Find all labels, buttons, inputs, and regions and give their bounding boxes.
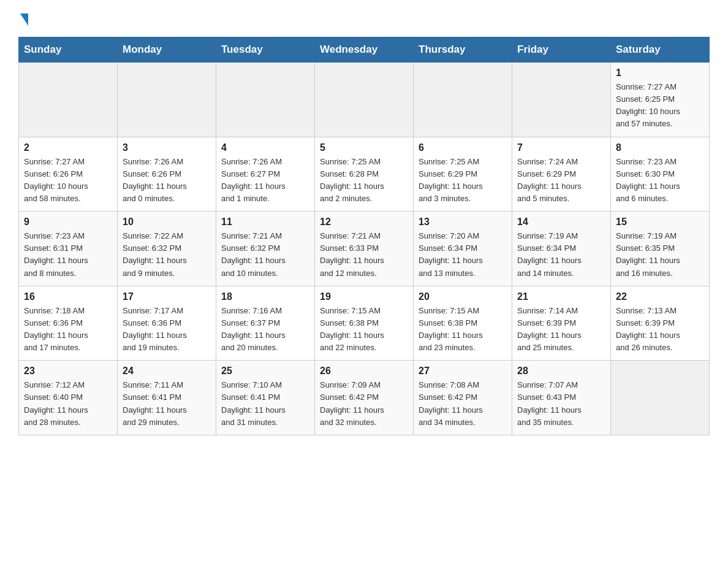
day-info: Sunrise: 7:22 AMSunset: 6:32 PMDaylight:… <box>123 230 211 280</box>
weekday-header-cell: Monday <box>118 37 216 63</box>
calendar-day-cell <box>118 63 216 137</box>
day-number: 1 <box>616 67 704 79</box>
day-number: 17 <box>123 291 211 302</box>
logo-arrow-icon <box>20 13 28 26</box>
day-info: Sunrise: 7:17 AMSunset: 6:36 PMDaylight:… <box>123 305 211 354</box>
day-info: Sunrise: 7:25 AMSunset: 6:29 PMDaylight:… <box>419 156 507 205</box>
day-info: Sunrise: 7:25 AMSunset: 6:28 PMDaylight:… <box>320 156 408 205</box>
calendar-day-cell: 5Sunrise: 7:25 AMSunset: 6:28 PMDaylight… <box>315 137 414 212</box>
day-info: Sunrise: 7:10 AMSunset: 6:41 PMDaylight:… <box>221 379 309 429</box>
day-number: 24 <box>123 366 211 377</box>
calendar-day-cell: 13Sunrise: 7:20 AMSunset: 6:34 PMDayligh… <box>414 212 512 286</box>
day-info: Sunrise: 7:19 AMSunset: 6:35 PMDaylight:… <box>616 230 704 280</box>
calendar-body: 1Sunrise: 7:27 AMSunset: 6:25 PMDaylight… <box>19 63 710 435</box>
calendar-table: SundayMondayTuesdayWednesdayThursdayFrid… <box>18 37 710 435</box>
calendar-day-cell: 2Sunrise: 7:27 AMSunset: 6:26 PMDaylight… <box>19 137 118 212</box>
calendar-day-cell: 23Sunrise: 7:12 AMSunset: 6:40 PMDayligh… <box>19 361 118 435</box>
calendar-day-cell: 12Sunrise: 7:21 AMSunset: 6:33 PMDayligh… <box>315 212 414 286</box>
day-number: 3 <box>123 142 211 153</box>
calendar-day-cell: 17Sunrise: 7:17 AMSunset: 6:36 PMDayligh… <box>118 286 216 361</box>
day-info: Sunrise: 7:23 AMSunset: 6:30 PMDaylight:… <box>616 156 704 205</box>
calendar-week-row: 1Sunrise: 7:27 AMSunset: 6:25 PMDaylight… <box>19 63 710 137</box>
day-info: Sunrise: 7:15 AMSunset: 6:38 PMDaylight:… <box>320 305 408 354</box>
day-number: 2 <box>24 142 112 153</box>
day-info: Sunrise: 7:24 AMSunset: 6:29 PMDaylight:… <box>517 156 605 205</box>
calendar-day-cell: 1Sunrise: 7:27 AMSunset: 6:25 PMDaylight… <box>611 63 710 137</box>
day-number: 10 <box>123 216 211 228</box>
calendar-day-cell: 26Sunrise: 7:09 AMSunset: 6:42 PMDayligh… <box>315 361 414 435</box>
day-info: Sunrise: 7:23 AMSunset: 6:31 PMDaylight:… <box>24 230 112 280</box>
day-number: 6 <box>419 142 507 153</box>
calendar-day-cell: 24Sunrise: 7:11 AMSunset: 6:41 PMDayligh… <box>118 361 216 435</box>
weekday-header-cell: Sunday <box>19 37 118 63</box>
day-number: 23 <box>24 366 112 377</box>
calendar-day-cell <box>512 63 611 137</box>
day-number: 13 <box>419 216 507 228</box>
weekday-header-cell: Thursday <box>414 37 512 63</box>
day-info: Sunrise: 7:21 AMSunset: 6:33 PMDaylight:… <box>320 230 408 280</box>
calendar-week-row: 23Sunrise: 7:12 AMSunset: 6:40 PMDayligh… <box>19 361 710 435</box>
calendar-day-cell: 10Sunrise: 7:22 AMSunset: 6:32 PMDayligh… <box>118 212 216 286</box>
calendar-day-cell: 16Sunrise: 7:18 AMSunset: 6:36 PMDayligh… <box>19 286 118 361</box>
day-number: 19 <box>320 291 408 302</box>
weekday-header-cell: Wednesday <box>315 37 414 63</box>
day-number: 25 <box>221 366 309 377</box>
day-number: 12 <box>320 216 408 228</box>
calendar-day-cell <box>414 63 512 137</box>
day-number: 22 <box>616 291 704 302</box>
day-info: Sunrise: 7:27 AMSunset: 6:26 PMDaylight:… <box>24 156 112 205</box>
calendar-day-cell <box>216 63 315 137</box>
day-number: 27 <box>419 366 507 377</box>
day-info: Sunrise: 7:11 AMSunset: 6:41 PMDaylight:… <box>123 379 211 429</box>
day-number: 5 <box>320 142 408 153</box>
calendar-day-cell: 7Sunrise: 7:24 AMSunset: 6:29 PMDaylight… <box>512 137 611 212</box>
day-number: 26 <box>320 366 408 377</box>
calendar-week-row: 16Sunrise: 7:18 AMSunset: 6:36 PMDayligh… <box>19 286 710 361</box>
day-info: Sunrise: 7:18 AMSunset: 6:36 PMDaylight:… <box>24 305 112 354</box>
calendar-week-row: 2Sunrise: 7:27 AMSunset: 6:26 PMDaylight… <box>19 137 710 212</box>
calendar-day-cell: 22Sunrise: 7:13 AMSunset: 6:39 PMDayligh… <box>611 286 710 361</box>
calendar-day-cell: 15Sunrise: 7:19 AMSunset: 6:35 PMDayligh… <box>611 212 710 286</box>
day-info: Sunrise: 7:27 AMSunset: 6:25 PMDaylight:… <box>616 81 704 131</box>
calendar-day-cell: 11Sunrise: 7:21 AMSunset: 6:32 PMDayligh… <box>216 212 315 286</box>
weekday-header-cell: Saturday <box>611 37 710 63</box>
day-info: Sunrise: 7:26 AMSunset: 6:26 PMDaylight:… <box>123 156 211 205</box>
day-info: Sunrise: 7:21 AMSunset: 6:32 PMDaylight:… <box>221 230 309 280</box>
logo <box>18 12 28 26</box>
day-number: 8 <box>616 142 704 153</box>
weekday-header-cell: Friday <box>512 37 611 63</box>
day-number: 7 <box>517 142 605 153</box>
day-number: 21 <box>517 291 605 302</box>
day-number: 18 <box>221 291 309 302</box>
day-number: 14 <box>517 216 605 228</box>
calendar-day-cell <box>315 63 414 137</box>
calendar-week-row: 9Sunrise: 7:23 AMSunset: 6:31 PMDaylight… <box>19 212 710 286</box>
day-info: Sunrise: 7:26 AMSunset: 6:27 PMDaylight:… <box>221 156 309 205</box>
day-info: Sunrise: 7:16 AMSunset: 6:37 PMDaylight:… <box>221 305 309 354</box>
calendar-day-cell: 18Sunrise: 7:16 AMSunset: 6:37 PMDayligh… <box>216 286 315 361</box>
weekday-header-row: SundayMondayTuesdayWednesdayThursdayFrid… <box>19 37 710 63</box>
day-number: 9 <box>24 216 112 228</box>
day-info: Sunrise: 7:15 AMSunset: 6:38 PMDaylight:… <box>419 305 507 354</box>
calendar-day-cell: 8Sunrise: 7:23 AMSunset: 6:30 PMDaylight… <box>611 137 710 212</box>
calendar-day-cell: 9Sunrise: 7:23 AMSunset: 6:31 PMDaylight… <box>19 212 118 286</box>
day-info: Sunrise: 7:07 AMSunset: 6:43 PMDaylight:… <box>517 379 605 429</box>
day-number: 11 <box>221 216 309 228</box>
calendar-day-cell: 3Sunrise: 7:26 AMSunset: 6:26 PMDaylight… <box>118 137 216 212</box>
day-info: Sunrise: 7:19 AMSunset: 6:34 PMDaylight:… <box>517 230 605 280</box>
day-info: Sunrise: 7:09 AMSunset: 6:42 PMDaylight:… <box>320 379 408 429</box>
weekday-header-cell: Tuesday <box>216 37 315 63</box>
calendar-day-cell <box>19 63 118 137</box>
calendar-day-cell: 19Sunrise: 7:15 AMSunset: 6:38 PMDayligh… <box>315 286 414 361</box>
day-info: Sunrise: 7:14 AMSunset: 6:39 PMDaylight:… <box>517 305 605 354</box>
day-info: Sunrise: 7:08 AMSunset: 6:42 PMDaylight:… <box>419 379 507 429</box>
calendar-day-cell <box>611 361 710 435</box>
day-number: 20 <box>419 291 507 302</box>
calendar-day-cell: 14Sunrise: 7:19 AMSunset: 6:34 PMDayligh… <box>512 212 611 286</box>
day-number: 16 <box>24 291 112 302</box>
day-number: 4 <box>221 142 309 153</box>
day-number: 28 <box>517 366 605 377</box>
day-number: 15 <box>616 216 704 228</box>
day-info: Sunrise: 7:13 AMSunset: 6:39 PMDaylight:… <box>616 305 704 354</box>
day-info: Sunrise: 7:20 AMSunset: 6:34 PMDaylight:… <box>419 230 507 280</box>
